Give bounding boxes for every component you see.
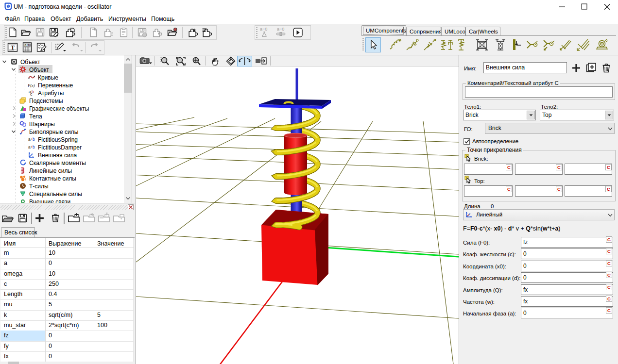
svg-text:*: * <box>120 217 122 222</box>
svg-text:b: b <box>33 137 35 142</box>
svg-text:b: b <box>33 145 35 149</box>
svg-text:T: T <box>11 45 15 50</box>
svg-text:a+b: a+b <box>25 43 30 47</box>
svg-text:c: c <box>30 92 33 96</box>
svg-text:F(x): F(x) <box>28 83 35 88</box>
